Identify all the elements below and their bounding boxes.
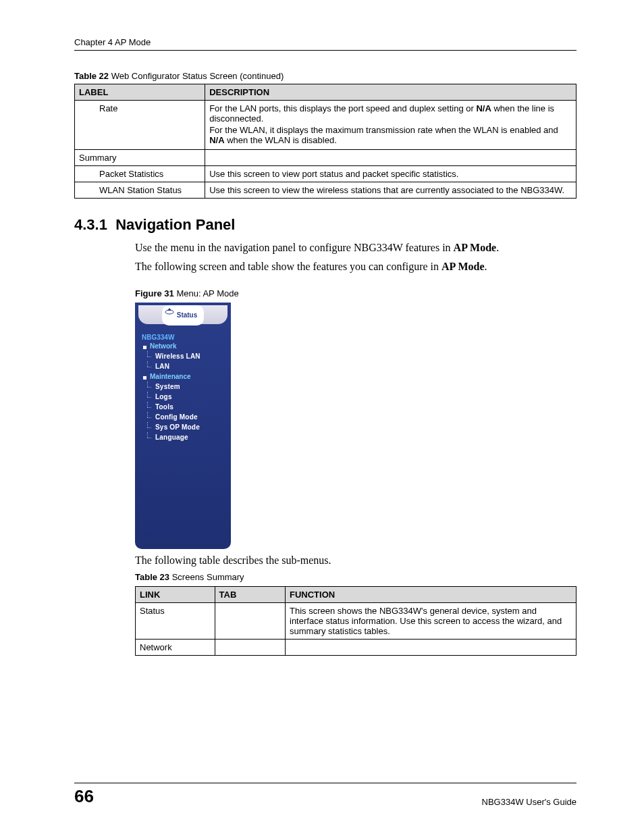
table-row: WLAN Station Status Use this screen to v…: [75, 182, 576, 199]
menu-item-config-mode[interactable]: Config Mode: [153, 412, 225, 422]
menu-item-system[interactable]: System: [153, 382, 225, 392]
table22-caption-text: Web Configurator Status Screen (continue…: [109, 71, 284, 81]
menu-group-network[interactable]: Network: [142, 342, 225, 350]
page-number: 66: [74, 786, 94, 807]
figure31-caption-text: Menu: AP Mode: [174, 288, 239, 298]
cell-status-tab: [215, 602, 285, 639]
table23-caption-text: Screens Summary: [169, 572, 244, 582]
table23: LINK TAB FUNCTION Status This screen sho…: [135, 586, 576, 656]
p2a: The following screen and table show the …: [135, 261, 441, 272]
section-number: 4.3.1: [74, 216, 107, 233]
figure31-caption: Figure 31 Menu: AP Mode: [135, 288, 576, 298]
menu-item-sys-op-mode[interactable]: Sys OP Mode: [153, 422, 225, 432]
footer-rule: [74, 783, 576, 783]
th-function: FUNCTION: [286, 586, 576, 602]
menu-group-maintenance[interactable]: Maintenance: [142, 373, 225, 380]
cell-status-func: This screen shows the NBG334W's general …: [286, 602, 576, 639]
figure31-caption-bold: Figure 31: [135, 288, 174, 298]
menu-status-pill[interactable]: Status: [138, 305, 227, 324]
rate-desc-1b: N/A: [476, 103, 491, 113]
th-tab: TAB: [215, 586, 285, 602]
table-row: Network: [136, 639, 576, 655]
table22-caption: Table 22 Web Configurator Status Screen …: [74, 71, 576, 81]
table22-caption-bold: Table 22: [74, 71, 109, 81]
table-row: Packet Statistics Use this screen to vie…: [75, 166, 576, 182]
p2c: .: [485, 261, 487, 272]
table-row: Summary: [75, 150, 576, 166]
menu-status-label: Status: [177, 311, 198, 319]
p1c: .: [496, 242, 499, 253]
th-link: LINK: [136, 586, 215, 602]
table-row: LINK TAB FUNCTION: [136, 586, 576, 602]
cell-status-link: Status: [136, 602, 215, 639]
menu-item-wireless-lan[interactable]: Wireless LAN: [153, 351, 225, 361]
menu-screenshot: Status NBG334W Network Wireless LAN LAN …: [135, 303, 231, 549]
th-description: DESCRIPTION: [205, 84, 576, 101]
para-after-figure: The following table describes the sub-me…: [135, 553, 576, 568]
table-row: Rate For the LAN ports, this displays th…: [75, 101, 576, 150]
cell-network-func: [286, 639, 576, 655]
cell-pkt-label: Packet Statistics: [75, 166, 205, 182]
menu-item-language[interactable]: Language: [153, 432, 225, 442]
cell-summary-desc: [205, 150, 576, 166]
cell-network-tab: [215, 639, 285, 655]
p2b: AP Mode: [441, 261, 485, 272]
rate-desc-2b: N/A: [209, 135, 224, 145]
table22: LABEL DESCRIPTION Rate For the LAN ports…: [74, 84, 576, 199]
rate-desc-2a: For the WLAN, it displays the maximum tr…: [209, 125, 558, 135]
cell-rate-label: Rate: [75, 101, 205, 150]
menu-item-lan[interactable]: LAN: [153, 361, 225, 371]
cell-wlan-desc: Use this screen to view the wireless sta…: [205, 182, 576, 199]
chapter-header: Chapter 4 AP Mode: [74, 37, 576, 47]
menu-item-tools[interactable]: Tools: [153, 402, 225, 412]
cell-network-link: Network: [136, 639, 215, 655]
cell-wlan-label: WLAN Station Status: [75, 182, 205, 199]
table-row: LABEL DESCRIPTION: [75, 84, 576, 101]
menu-device-name: NBG334W: [142, 334, 225, 341]
section-para-1: Use the menu in the navigation panel to …: [135, 240, 576, 255]
menu-item-logs[interactable]: Logs: [153, 392, 225, 402]
header-rule: [74, 50, 576, 51]
cell-rate-desc: For the LAN ports, this displays the por…: [205, 101, 576, 150]
table23-caption: Table 23 Screens Summary: [135, 572, 576, 582]
page-footer: 66 NBG334W User's Guide: [74, 777, 576, 807]
guide-name: NBG334W User's Guide: [482, 797, 576, 807]
status-icon: [165, 307, 174, 315]
cell-pkt-desc: Use this screen to view port status and …: [205, 166, 576, 182]
rate-desc-1a: For the LAN ports, this displays the por…: [209, 103, 476, 113]
th-label: LABEL: [75, 84, 205, 101]
table23-caption-bold: Table 23: [135, 572, 169, 582]
section-heading: 4.3.1 Navigation Panel: [74, 216, 576, 234]
section-title: Navigation Panel: [115, 216, 235, 233]
table-row: Status This screen shows the NBG334W's g…: [136, 602, 576, 639]
cell-summary-label: Summary: [75, 150, 205, 166]
rate-desc-2c: when the WLAN is disabled.: [225, 135, 337, 145]
p1a: Use the menu in the navigation panel to …: [135, 242, 454, 253]
section-para-2: The following screen and table show the …: [135, 259, 576, 274]
p1b: AP Mode: [454, 242, 497, 253]
